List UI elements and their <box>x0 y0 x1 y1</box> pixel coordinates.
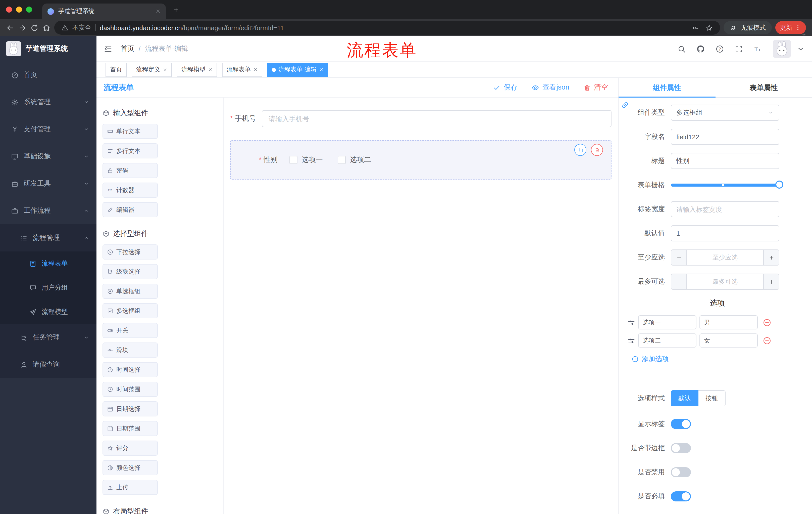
home-icon[interactable] <box>42 23 51 32</box>
sidebar-item-process-form[interactable]: 流程表单 <box>0 251 96 276</box>
option-style-button[interactable]: 按钮 <box>698 390 726 406</box>
plus-button[interactable] <box>763 250 779 265</box>
back-icon[interactable] <box>6 23 14 32</box>
field-name-input[interactable] <box>671 129 779 145</box>
slider-track[interactable] <box>671 184 779 187</box>
drag-handle-icon[interactable] <box>628 337 635 344</box>
close-icon[interactable] <box>319 67 324 72</box>
palette-item-select[interactable]: 下拉选择 <box>103 244 158 260</box>
canvas-field-gender-selected[interactable]: 性别 选项一 选项二 <box>230 140 611 180</box>
tag-process-definition[interactable]: 流程定义 <box>132 63 172 77</box>
bookmark-star-icon[interactable] <box>705 24 713 31</box>
sidebar-item-system[interactable]: 系统管理 <box>0 88 96 116</box>
palette-item-counter[interactable]: 计数器 <box>103 183 158 198</box>
palette-item-cascader[interactable]: 级联选择 <box>103 264 158 279</box>
checkbox-option-1[interactable]: 选项一 <box>290 155 323 164</box>
tab-form-props[interactable]: 表单属性 <box>715 78 812 97</box>
sidebar-item-home[interactable]: 首页 <box>0 61 96 88</box>
label-width-input[interactable] <box>671 201 779 217</box>
github-icon[interactable] <box>696 45 705 53</box>
minus-button[interactable] <box>671 274 687 289</box>
max-select-value[interactable]: 最多可选 <box>687 274 763 289</box>
close-icon[interactable] <box>208 67 212 72</box>
view-json-button[interactable]: 查看json <box>532 83 569 92</box>
close-window-button[interactable] <box>6 6 12 12</box>
sidebar-fold-icon[interactable] <box>104 44 113 53</box>
breadcrumb-home[interactable]: 首页 <box>121 45 134 52</box>
palette-item-slider[interactable]: 滑块 <box>103 343 158 358</box>
reload-icon[interactable] <box>30 23 39 32</box>
palette-item-color-picker[interactable]: 颜色选择 <box>103 460 158 475</box>
palette-item-time-range[interactable]: 时间范围 <box>103 382 158 397</box>
sidebar-item-user-group[interactable]: 用户分组 <box>0 276 96 300</box>
border-toggle[interactable] <box>671 443 691 453</box>
link-icon[interactable] <box>621 101 629 109</box>
option-label-input[interactable] <box>638 333 696 348</box>
close-tab-icon[interactable] <box>155 8 161 14</box>
phone-input[interactable] <box>262 110 611 127</box>
minimize-window-button[interactable] <box>16 6 22 12</box>
add-option-button[interactable]: 添加选项 <box>632 355 812 363</box>
window-controls[interactable] <box>6 6 32 12</box>
disabled-toggle[interactable] <box>671 467 691 477</box>
sidebar-item-leave-query[interactable]: 请假查询 <box>0 351 96 378</box>
sidebar-item-devtools[interactable]: 研发工具 <box>0 170 96 197</box>
help-icon[interactable] <box>716 45 724 53</box>
remove-option-icon[interactable] <box>763 336 771 345</box>
close-icon[interactable] <box>253 67 258 72</box>
palette-item-date-range[interactable]: 日期范围 <box>103 421 158 436</box>
key-icon[interactable] <box>692 24 699 31</box>
avatar[interactable] <box>773 40 791 58</box>
option-value-input[interactable] <box>699 333 758 348</box>
default-value-input[interactable] <box>671 225 779 241</box>
checkbox-option-2[interactable]: 选项二 <box>338 155 371 164</box>
canvas-field-phone[interactable]: 手机号 <box>230 110 611 127</box>
fullscreen-icon[interactable] <box>735 45 743 53</box>
tag-process-form[interactable]: 流程表单 <box>222 63 262 77</box>
palette-item-password[interactable]: 密码 <box>103 163 158 178</box>
delete-field-button[interactable] <box>591 144 603 156</box>
forward-icon[interactable] <box>18 23 27 32</box>
search-icon[interactable] <box>677 45 686 53</box>
font-size-icon[interactable] <box>754 45 762 53</box>
sidebar-item-infra[interactable]: 基础设施 <box>0 143 96 170</box>
sidebar-item-task-mgmt[interactable]: 任务管理 <box>0 324 96 351</box>
tab-component-props[interactable]: 组件属性 <box>618 78 715 97</box>
form-canvas[interactable]: 手机号 性别 选项一 选项二 <box>224 98 618 514</box>
palette-item-textarea[interactable]: 多行文本 <box>103 143 158 158</box>
palette-item-editor[interactable]: 编辑器 <box>103 202 158 217</box>
required-toggle[interactable] <box>671 491 691 502</box>
option-label-input[interactable] <box>638 315 696 329</box>
palette-item-upload[interactable]: 上传 <box>103 480 158 495</box>
save-button[interactable]: 保存 <box>493 83 518 92</box>
address-bar[interactable]: 不安全 dashboard.yudao.iocoder.cn/bpm/manag… <box>54 21 720 35</box>
tag-process-model[interactable]: 流程模型 <box>177 63 217 77</box>
palette-item-date-picker[interactable]: 日期选择 <box>103 401 158 416</box>
security-label[interactable]: 不安全 <box>72 23 91 32</box>
new-tab-button[interactable] <box>173 6 179 13</box>
sidebar-item-workflow[interactable]: 工作流程 <box>0 197 96 224</box>
browser-tab[interactable]: 芋道管理系统 <box>42 3 166 19</box>
form-grid-slider[interactable] <box>671 177 779 193</box>
tag-process-form-edit[interactable]: 流程表单-编辑 <box>267 63 328 77</box>
show-label-toggle[interactable] <box>671 419 691 429</box>
chevron-down-icon[interactable] <box>796 45 805 53</box>
sidebar-item-process-model[interactable]: 流程模型 <box>0 300 96 324</box>
component-type-select[interactable]: 多选框组 <box>671 105 779 121</box>
palette-item-time-picker[interactable]: 时间选择 <box>103 362 158 377</box>
sidebar-item-process-mgmt[interactable]: 流程管理 <box>0 224 96 251</box>
close-icon[interactable] <box>163 67 167 72</box>
palette-item-single-text[interactable]: 单行文本 <box>103 124 158 139</box>
palette-item-radio-group[interactable]: 单选框组 <box>103 283 158 299</box>
copy-field-button[interactable] <box>574 144 586 156</box>
remove-option-icon[interactable] <box>763 318 771 327</box>
maximize-window-button[interactable] <box>26 6 32 12</box>
palette-item-checkbox-group[interactable]: 多选框组 <box>103 303 158 318</box>
tag-home[interactable]: 首页 <box>106 63 127 77</box>
slider-knob[interactable] <box>775 181 783 189</box>
minus-button[interactable] <box>671 250 687 265</box>
title-input[interactable] <box>671 153 779 169</box>
palette-item-rate[interactable]: 评分 <box>103 440 158 456</box>
clear-button[interactable]: 清空 <box>583 83 608 92</box>
min-select-value[interactable]: 至少应选 <box>687 250 763 265</box>
